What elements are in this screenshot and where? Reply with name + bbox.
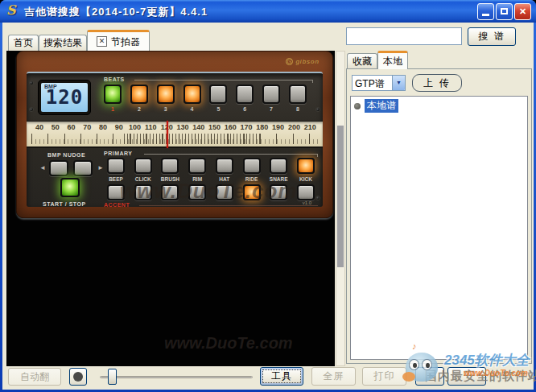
beat-button-4[interactable]: [183, 85, 201, 104]
title-bar[interactable]: S 吉他谱搜搜【2014-10-7更新】4.4.1 ✕: [0, 0, 536, 23]
slider-track: [100, 376, 253, 378]
accent-beep-button[interactable]: [107, 184, 125, 200]
beat-button-1[interactable]: [104, 85, 122, 104]
tempo-needle: [167, 121, 168, 148]
accent-hat-button[interactable]: [216, 184, 233, 200]
scale-tick-label: 90: [111, 123, 127, 131]
nudge-label: BMP NUDGE: [47, 152, 85, 158]
window-title: 吉他谱搜搜【2014-10-7更新】4.4.1: [24, 5, 208, 19]
tab-metronome[interactable]: ✕ 节拍器: [87, 30, 150, 51]
print-button[interactable]: 打印: [362, 367, 406, 386]
sound-label: SNARE: [270, 176, 288, 182]
watermark-black-area: www.DuoTe.com: [164, 334, 293, 353]
scrollbar-thumb[interactable]: [337, 126, 344, 267]
record-button[interactable]: [69, 368, 87, 386]
beat-button-3[interactable]: [157, 85, 175, 104]
app-icon: S: [6, 3, 21, 18]
scale-tick-label: 160: [222, 123, 238, 131]
tools-button[interactable]: 工具: [260, 367, 303, 386]
maximize-button[interactable]: [496, 3, 513, 20]
tab-type-select[interactable]: GTP谱 ▼: [352, 75, 406, 91]
close-button[interactable]: ✕: [514, 3, 531, 20]
accent-kick-button[interactable]: [297, 184, 315, 200]
primary-brush-button[interactable]: [161, 158, 179, 174]
maximize-icon: [501, 8, 508, 14]
hidden-button[interactable]: [447, 367, 486, 386]
beats-numbers: 12345678: [104, 106, 307, 112]
client-area: 首页 搜索结果 ✕ 节拍器 G gibson BM: [2, 23, 534, 390]
sound-column-snare: SNARE: [266, 158, 291, 200]
minimize-button[interactable]: [477, 3, 494, 20]
accent-brush-button[interactable]: [161, 184, 179, 200]
primary-snare-button[interactable]: [270, 158, 287, 174]
zoom-slider[interactable]: [100, 368, 253, 386]
accent-line: [139, 205, 318, 208]
scale-labels: 4050607080901001101201301401501601701801…: [31, 123, 318, 131]
sound-column-hat: HAT: [212, 158, 237, 200]
auto-flip-button[interactable]: 自动翻: [8, 368, 61, 386]
beat-number: 7: [262, 106, 280, 112]
screw-icon: [315, 107, 320, 112]
tab-search-results[interactable]: 搜索结果: [39, 35, 87, 51]
primary-hat-button[interactable]: [216, 158, 233, 174]
scale-tick-label: 170: [238, 123, 254, 131]
vertical-scrollbar[interactable]: [336, 51, 345, 366]
primary-bracket: [144, 154, 318, 157]
sound-label: BRUSH: [161, 176, 179, 182]
beat-button-2[interactable]: [130, 85, 148, 104]
search-tabs-button[interactable]: 搜 谱: [468, 27, 516, 46]
tab-home[interactable]: 首页: [8, 35, 39, 51]
primary-click-button[interactable]: [134, 158, 152, 174]
local-list[interactable]: 本地谱: [350, 96, 528, 360]
slider-thumb[interactable]: [108, 369, 117, 385]
sound-column-brush: BRUSH: [158, 158, 182, 200]
beat-button-6[interactable]: [236, 85, 254, 104]
chevron-down-icon[interactable]: ▼: [392, 76, 405, 90]
app-window: S 吉他谱搜搜【2014-10-7更新】4.4.1 ✕ 首页 搜索结果 ✕ 节拍…: [0, 0, 536, 392]
beats-label: BEATS: [104, 76, 125, 82]
beat-button-5[interactable]: [209, 85, 227, 104]
bullet-icon: [354, 103, 361, 109]
scale-tick-label: 60: [64, 123, 80, 131]
scale-tick-label: 100: [127, 123, 143, 131]
sound-label: HAT: [219, 176, 229, 182]
beat-button-8[interactable]: [289, 85, 307, 104]
scale-dense-ticks: [124, 134, 260, 144]
start-stop-label: START / STOP: [43, 201, 86, 207]
accent-ride-button[interactable]: [243, 184, 261, 200]
device-panel: BMP 120 BEATS 12345678 40506070809010011…: [27, 72, 323, 207]
tempo-scale[interactable]: 4050607080901001101201301401501601701801…: [27, 121, 323, 148]
sound-label: RIM: [192, 176, 202, 182]
start-stop-button[interactable]: [60, 178, 80, 197]
upload-button[interactable]: 上 传: [412, 74, 462, 92]
beat-button-7[interactable]: [262, 85, 280, 104]
nudge-down-button[interactable]: [49, 160, 68, 176]
nudge-up-button[interactable]: [73, 160, 93, 176]
primary-label: PRIMARY: [104, 151, 133, 156]
tab-favorites[interactable]: 收藏: [347, 53, 377, 68]
fullscreen-button[interactable]: 全屏: [311, 367, 356, 386]
beat-number: 3: [157, 106, 175, 112]
accent-snare-button[interactable]: [270, 184, 287, 200]
scale-tick-label: 80: [95, 123, 111, 131]
beat-number: 1: [104, 106, 122, 112]
primary-rim-button[interactable]: [188, 158, 206, 174]
screw-icon: [29, 107, 34, 112]
plus-button[interactable]: +: [415, 367, 444, 386]
brand-logo: G gibson: [286, 58, 320, 65]
sound-column-click: CLICK: [131, 158, 155, 200]
scale-tick-label: 190: [270, 123, 287, 131]
list-item-label: 本地谱: [365, 99, 398, 113]
list-item[interactable]: 本地谱: [351, 97, 527, 115]
primary-beep-button[interactable]: [107, 158, 125, 174]
tab-local[interactable]: 本地: [377, 51, 408, 69]
primary-ride-button[interactable]: [243, 158, 261, 174]
accent-click-button[interactable]: [134, 184, 152, 200]
primary-kick-button[interactable]: [297, 158, 315, 174]
scale-tick-label: 70: [79, 123, 95, 131]
tab-close-icon[interactable]: ✕: [97, 36, 107, 47]
sound-column-kick: KICK: [294, 158, 318, 200]
accent-rim-button[interactable]: [188, 184, 206, 200]
sound-label: CLICK: [135, 176, 151, 182]
search-input[interactable]: [346, 27, 462, 45]
